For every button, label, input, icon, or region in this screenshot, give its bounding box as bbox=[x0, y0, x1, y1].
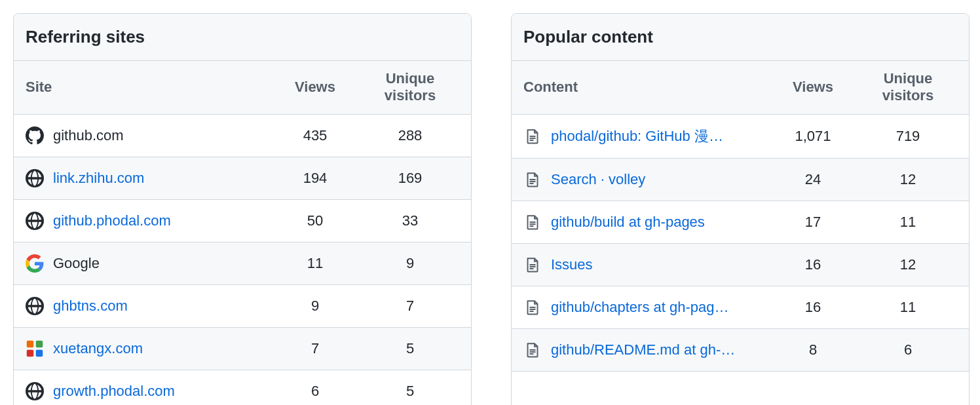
col-unique-header: Unique visitors bbox=[361, 70, 459, 105]
site-name[interactable]: xuetangx.com bbox=[53, 340, 143, 357]
views-value: 6 bbox=[269, 383, 361, 400]
col-site-header: Site bbox=[26, 79, 269, 96]
col-unique-header: Unique visitors bbox=[859, 70, 957, 105]
content-link[interactable]: Search · volley bbox=[551, 171, 767, 188]
unique-value: 11 bbox=[859, 299, 957, 316]
table-row: growth.phodal.com65 bbox=[14, 370, 471, 405]
content-link[interactable]: Issues bbox=[551, 256, 767, 273]
site-cell: Google bbox=[26, 254, 269, 273]
unique-value: 11 bbox=[859, 214, 957, 231]
content-link[interactable]: github/README.md at gh-… bbox=[551, 341, 767, 358]
site-name[interactable]: growth.phodal.com bbox=[53, 383, 175, 400]
site-cell: ghbtns.com bbox=[26, 297, 269, 315]
content-cell: github/build at gh-pages bbox=[523, 213, 767, 231]
svg-rect-0 bbox=[27, 341, 34, 348]
views-value: 9 bbox=[269, 298, 361, 315]
site-name[interactable]: github.phodal.com bbox=[53, 212, 171, 229]
popular-content-panel: Popular content Content Views Unique vis… bbox=[511, 13, 970, 405]
unique-value: 7 bbox=[361, 298, 459, 315]
referring-sites-title: Referring sites bbox=[26, 27, 459, 47]
content-cell: Search · volley bbox=[523, 170, 767, 189]
xuetang-icon bbox=[26, 339, 44, 358]
content-link[interactable]: phodal/github: GitHub 漫… bbox=[551, 126, 767, 146]
popular-content-title: Popular content bbox=[523, 27, 957, 47]
col-views-header: Views bbox=[269, 79, 361, 96]
unique-value: 288 bbox=[361, 127, 459, 144]
file-icon bbox=[523, 298, 542, 317]
github-icon bbox=[26, 126, 44, 145]
views-value: 50 bbox=[269, 212, 361, 229]
globe-icon bbox=[26, 382, 44, 400]
site-name: Google bbox=[53, 255, 100, 272]
content-cell: github/README.md at gh-… bbox=[523, 341, 767, 359]
views-value: 17 bbox=[767, 214, 859, 231]
table-row: Search · volley2412 bbox=[512, 159, 969, 201]
site-cell: link.zhihu.com bbox=[26, 169, 269, 187]
unique-value: 12 bbox=[859, 171, 957, 188]
unique-value: 6 bbox=[859, 341, 957, 358]
site-cell: xuetangx.com bbox=[26, 339, 269, 358]
referring-sites-header: Referring sites bbox=[14, 14, 471, 61]
views-value: 435 bbox=[269, 127, 361, 144]
file-icon bbox=[523, 256, 542, 274]
table-row: Google119 bbox=[14, 242, 471, 285]
site-cell: github.com bbox=[26, 126, 269, 145]
views-value: 8 bbox=[767, 341, 859, 358]
referring-table-header: Site Views Unique visitors bbox=[14, 61, 471, 115]
views-value: 24 bbox=[767, 171, 859, 188]
referring-sites-panel: Referring sites Site Views Unique visito… bbox=[13, 13, 472, 405]
content-cell: phodal/github: GitHub 漫… bbox=[523, 126, 767, 146]
views-value: 16 bbox=[767, 256, 859, 273]
views-value: 16 bbox=[767, 299, 859, 316]
file-icon bbox=[523, 127, 542, 145]
col-content-header: Content bbox=[523, 79, 767, 96]
popular-rows: phodal/github: GitHub 漫…1,071719Search ·… bbox=[512, 115, 969, 372]
unique-value: 169 bbox=[361, 170, 459, 187]
views-value: 11 bbox=[269, 255, 361, 272]
google-icon bbox=[26, 254, 44, 273]
views-value: 7 bbox=[269, 340, 361, 357]
content-cell: github/chapters at gh-pag… bbox=[523, 298, 767, 317]
views-value: 1,071 bbox=[767, 128, 859, 145]
table-row: ghbtns.com97 bbox=[14, 285, 471, 328]
table-row: xuetangx.com75 bbox=[14, 328, 471, 370]
table-row: github.com435288 bbox=[14, 115, 471, 157]
referring-rows: github.com435288link.zhihu.com194169gith… bbox=[14, 115, 471, 405]
unique-value: 719 bbox=[859, 128, 957, 145]
svg-rect-2 bbox=[27, 350, 34, 357]
unique-value: 5 bbox=[361, 383, 459, 400]
globe-icon bbox=[26, 169, 44, 187]
table-row: github/chapters at gh-pag…1611 bbox=[512, 286, 969, 329]
site-cell: github.phodal.com bbox=[26, 212, 269, 230]
col-views-header: Views bbox=[767, 79, 859, 96]
site-name[interactable]: link.zhihu.com bbox=[53, 170, 144, 187]
unique-value: 12 bbox=[859, 256, 957, 273]
table-row: phodal/github: GitHub 漫…1,071719 bbox=[512, 115, 969, 159]
unique-value: 9 bbox=[361, 255, 459, 272]
globe-icon bbox=[26, 212, 44, 230]
popular-content-header: Popular content bbox=[512, 14, 969, 61]
site-name: github.com bbox=[53, 127, 124, 144]
content-link[interactable]: github/build at gh-pages bbox=[551, 214, 767, 231]
file-icon bbox=[523, 170, 542, 189]
table-row: github/README.md at gh-…86 bbox=[512, 329, 969, 372]
svg-rect-3 bbox=[36, 350, 43, 357]
popular-table-header: Content Views Unique visitors bbox=[512, 61, 969, 115]
site-cell: growth.phodal.com bbox=[26, 382, 269, 400]
svg-rect-1 bbox=[36, 341, 43, 348]
table-row: github.phodal.com5033 bbox=[14, 200, 471, 242]
unique-value: 33 bbox=[361, 212, 459, 229]
file-icon bbox=[523, 213, 542, 231]
globe-icon bbox=[26, 297, 44, 315]
table-row: github/build at gh-pages1711 bbox=[512, 201, 969, 244]
content-link[interactable]: github/chapters at gh-pag… bbox=[551, 299, 767, 316]
content-cell: Issues bbox=[523, 256, 767, 274]
table-row: link.zhihu.com194169 bbox=[14, 157, 471, 200]
file-icon bbox=[523, 341, 542, 359]
unique-value: 5 bbox=[361, 340, 459, 357]
site-name[interactable]: ghbtns.com bbox=[53, 298, 128, 315]
table-row: Issues1612 bbox=[512, 244, 969, 286]
views-value: 194 bbox=[269, 170, 361, 187]
